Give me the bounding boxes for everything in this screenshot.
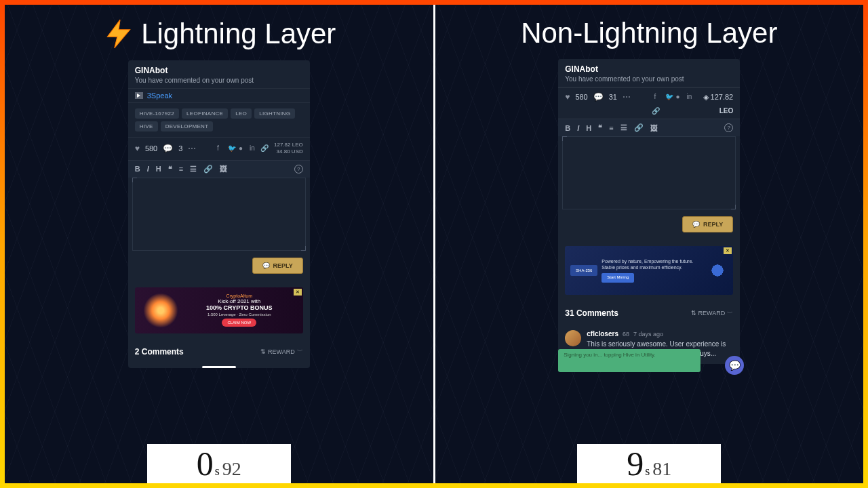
ad-close-icon[interactable]: ✕ bbox=[294, 289, 302, 296]
claim-button[interactable]: CLAIM NOW bbox=[222, 319, 256, 327]
ol-icon[interactable]: ≡ bbox=[609, 124, 613, 132]
timer: 9s 81 bbox=[577, 444, 721, 483]
italic-icon[interactable]: I bbox=[147, 165, 149, 173]
pane-title: Non-Lightning Layer bbox=[435, 5, 864, 59]
timestamp: 7 days ago bbox=[633, 331, 663, 338]
notif-msg: You have commented on your own post bbox=[135, 77, 303, 84]
tag[interactable]: LEOFINANCE bbox=[182, 108, 228, 119]
help-icon[interactable]: ? bbox=[724, 123, 733, 132]
quote-icon[interactable]: ❝ bbox=[598, 123, 602, 132]
timer: 0s 92 bbox=[147, 444, 291, 483]
lightning-icon bbox=[102, 17, 136, 51]
sha-logo: SHA-256 bbox=[570, 265, 597, 276]
socials: f 🐦 ● in 🔗 bbox=[217, 144, 269, 152]
tag[interactable]: LIGHTNING bbox=[254, 108, 295, 119]
editor-toolbar: B I H ❝ ≡ ☰ 🔗 🖼 ? bbox=[128, 160, 310, 178]
reply-button[interactable]: REPLY bbox=[682, 216, 733, 232]
stats-row: ♥ 580 💬 3 ⋯ f 🐦 ● in 🔗 127.82 LEO 34.80 … bbox=[128, 137, 310, 160]
ul-icon[interactable]: ☰ bbox=[190, 165, 197, 174]
tag[interactable]: HIVE bbox=[135, 121, 158, 131]
comments-header: 31 Comments ⇅ REWARD ﹀ bbox=[558, 302, 740, 325]
lightning-pane: Lightning Layer GINAbot You have comment… bbox=[5, 5, 435, 483]
linkedin-icon[interactable]: in bbox=[687, 93, 695, 101]
reddit-icon[interactable]: ● bbox=[239, 144, 247, 152]
sort-dropdown[interactable]: ⇅ REWARD ﹀ bbox=[691, 309, 734, 318]
comment-textarea[interactable] bbox=[132, 178, 306, 251]
fireworks-icon bbox=[140, 290, 181, 331]
notif-user: GINAbot bbox=[135, 66, 303, 75]
more-icon[interactable]: ⋯ bbox=[188, 144, 196, 153]
ad-close-icon[interactable]: ✕ bbox=[724, 247, 732, 254]
stats-row: ♥ 580 💬 31 ⋯ f 🐦 ● in ◈ 127.82 🔗LEO bbox=[558, 87, 740, 119]
image-tool-icon[interactable]: 🖼 bbox=[650, 124, 658, 132]
twitter-icon[interactable]: 🐦 bbox=[228, 144, 236, 152]
comment-icon[interactable]: 💬 bbox=[593, 92, 604, 102]
comment-item: cflclosers 68 7 days ago This is serious… bbox=[558, 325, 740, 364]
reputation: 68 bbox=[623, 331, 629, 338]
quote-icon[interactable]: ❝ bbox=[168, 165, 172, 174]
pane-title: Lightning Layer bbox=[5, 5, 433, 60]
ad-banner[interactable]: ✕ SHA-256 Powered by nature, Empowering … bbox=[565, 246, 733, 295]
post-card: GINAbot You have commented on your own p… bbox=[128, 60, 310, 368]
editor-toolbar: B I H ❝ ≡ ☰ 🔗 🖼 ? bbox=[558, 119, 740, 136]
facebook-icon[interactable]: f bbox=[217, 144, 225, 152]
linkedin-icon[interactable]: in bbox=[250, 144, 258, 152]
heading-icon[interactable]: H bbox=[156, 165, 161, 173]
tag[interactable]: HIVE-167922 bbox=[135, 108, 179, 119]
link-tool-icon[interactable]: 🔗 bbox=[634, 123, 644, 132]
ul-icon[interactable]: ☰ bbox=[620, 123, 627, 132]
comments-count: 31 bbox=[609, 93, 617, 101]
sort-dropdown[interactable]: ⇅ REWARD ﹀ bbox=[260, 347, 303, 356]
drag-handle[interactable] bbox=[202, 366, 236, 368]
twitter-icon[interactable]: 🐦 bbox=[665, 93, 673, 101]
heart-icon[interactable]: ♥ bbox=[135, 144, 140, 153]
likes: 580 bbox=[145, 144, 157, 152]
comment-textarea[interactable] bbox=[562, 136, 736, 209]
likes: 580 bbox=[575, 93, 587, 101]
notification: GINAbot You have commented on your own p… bbox=[128, 60, 310, 89]
comment-icon[interactable]: 💬 bbox=[163, 144, 173, 153]
start-mining-button[interactable]: Start Mining bbox=[601, 273, 634, 283]
miner-icon bbox=[707, 260, 728, 281]
tags: HIVE-167922 LEOFINANCE LEO LIGHTNING HIV… bbox=[128, 103, 310, 137]
tag[interactable]: DEVELOPMENT bbox=[161, 121, 214, 131]
non-lightning-pane: Non-Lightning Layer GINAbot You have com… bbox=[435, 5, 864, 483]
heart-icon[interactable]: ♥ bbox=[565, 92, 570, 102]
ol-icon[interactable]: ≡ bbox=[179, 165, 183, 173]
comment-user[interactable]: cflclosers bbox=[587, 330, 618, 338]
notification: GINAbot You have commented on your own p… bbox=[558, 59, 740, 87]
3speak-link[interactable]: 3Speak bbox=[147, 92, 172, 100]
play-icon bbox=[135, 92, 143, 99]
link-icon[interactable]: 🔗 bbox=[260, 144, 269, 152]
link-tool-icon[interactable]: 🔗 bbox=[203, 165, 213, 174]
toast: Signing you in... topping Hive in Utilit… bbox=[558, 349, 701, 372]
tag[interactable]: LEO bbox=[231, 108, 252, 119]
post-card: GINAbot You have commented on your own p… bbox=[558, 59, 740, 364]
comments-header: 2 Comments ⇅ REWARD ﹀ bbox=[128, 340, 310, 363]
reply-button[interactable]: REPLY bbox=[252, 258, 303, 274]
italic-icon[interactable]: I bbox=[577, 124, 579, 132]
notif-user: GINAbot bbox=[565, 64, 733, 74]
comments-count: 3 bbox=[178, 144, 182, 152]
amount: ◈ 127.82 bbox=[703, 93, 734, 102]
amount: 127.82 LEO 34.80 USD bbox=[274, 142, 303, 156]
image-tool-icon[interactable]: 🖼 bbox=[220, 165, 227, 173]
bold-icon[interactable]: B bbox=[135, 165, 140, 173]
reddit-icon[interactable]: ● bbox=[676, 93, 684, 101]
avatar[interactable] bbox=[565, 330, 581, 346]
facebook-icon[interactable]: f bbox=[654, 93, 663, 101]
bold-icon[interactable]: B bbox=[565, 124, 570, 132]
speak-row[interactable]: 3Speak bbox=[128, 89, 310, 103]
help-icon[interactable]: ? bbox=[294, 165, 303, 174]
socials: f 🐦 ● in bbox=[654, 93, 695, 101]
heading-icon[interactable]: H bbox=[586, 124, 591, 132]
ad-banner[interactable]: ✕ CryptoAltum Kick-off 2021 with 100% CR… bbox=[135, 287, 303, 333]
more-icon[interactable]: ⋯ bbox=[623, 92, 631, 102]
notif-msg: You have commented on your own post bbox=[565, 75, 733, 83]
